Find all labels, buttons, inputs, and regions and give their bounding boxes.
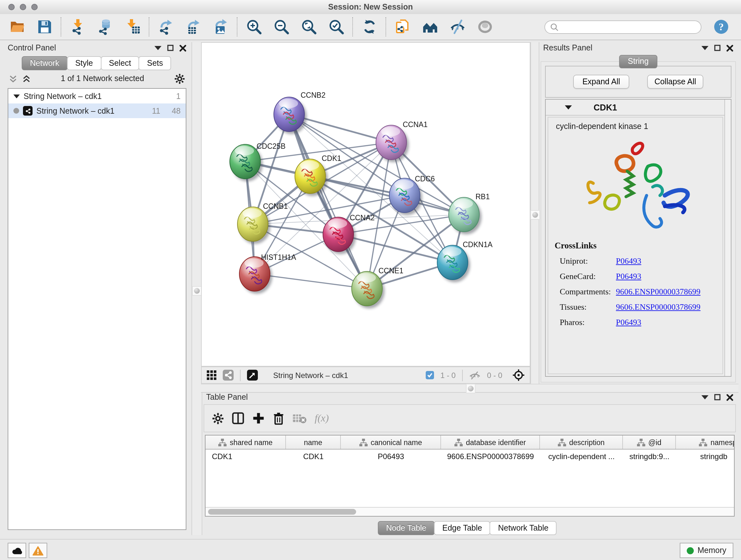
- column-header-canonical-name[interactable]: canonical name: [341, 435, 441, 449]
- import-network-database-icon[interactable]: [97, 18, 114, 35]
- cell-namespace[interactable]: stringdb: [676, 449, 735, 463]
- network-options-gear-icon[interactable]: [174, 73, 185, 84]
- column-header-namespace[interactable]: namespace: [676, 435, 735, 449]
- tab-style[interactable]: Style: [67, 56, 102, 70]
- zoom-fit-icon[interactable]: [300, 18, 317, 35]
- column-header-description[interactable]: description: [540, 435, 623, 449]
- table-row[interactable]: CDK1 CDK1 P06493 9606.ENSP00000378699 cy…: [205, 449, 734, 463]
- table-horizontal-scrollbar[interactable]: [205, 507, 734, 516]
- tab-edge-table[interactable]: Edge Table: [434, 521, 490, 535]
- float-panel-icon[interactable]: [167, 45, 174, 51]
- detach-view-icon[interactable]: [247, 370, 258, 381]
- export-table-icon[interactable]: [185, 18, 202, 35]
- network-node-cdkn1a[interactable]: CDKN1A: [437, 240, 493, 282]
- column-header-name[interactable]: name: [286, 435, 341, 449]
- network-node-ccnb2[interactable]: CCNB2: [274, 91, 326, 134]
- tab-string[interactable]: String: [619, 55, 657, 68]
- tab-select[interactable]: Select: [100, 56, 139, 70]
- tab-network-table[interactable]: Network Table: [490, 521, 557, 535]
- crosslink-uniprot-link[interactable]: P06493: [616, 256, 641, 266]
- tab-sets[interactable]: Sets: [139, 56, 172, 70]
- zoom-in-icon[interactable]: [246, 18, 262, 35]
- column-header-database-identifier[interactable]: database identifier: [441, 435, 540, 449]
- network-edges[interactable]: [245, 114, 464, 289]
- import-network-file-icon[interactable]: [70, 18, 86, 35]
- show-columns-icon[interactable]: [232, 412, 245, 425]
- warnings-button[interactable]: [29, 543, 47, 558]
- open-session-icon[interactable]: [9, 18, 25, 35]
- app-store-cloud-button[interactable]: [8, 543, 26, 558]
- close-panel-icon[interactable]: [726, 44, 733, 51]
- birdseye-navigator-icon[interactable]: [513, 369, 525, 381]
- results-scrollbar[interactable]: [724, 100, 731, 376]
- panel-menu-icon[interactable]: [701, 45, 709, 51]
- network-node-rb1[interactable]: RB1: [449, 192, 490, 234]
- scrollbar-thumb[interactable]: [208, 509, 356, 515]
- float-panel-icon[interactable]: [714, 394, 721, 400]
- close-panel-icon[interactable]: [179, 44, 186, 51]
- results-panel: Results Panel String Expand All Collapse…: [538, 42, 738, 384]
- function-builder-icon[interactable]: f(x): [315, 413, 329, 424]
- tab-node-table[interactable]: Node Table: [378, 521, 434, 535]
- column-header-id[interactable]: @id: [623, 435, 676, 449]
- delete-column-icon[interactable]: [273, 412, 285, 425]
- search-input[interactable]: [562, 22, 696, 32]
- tab-network[interactable]: Network: [22, 56, 68, 70]
- help-icon[interactable]: ?: [713, 18, 730, 35]
- entry-expander-icon[interactable]: [565, 105, 572, 110]
- save-session-icon[interactable]: [37, 18, 53, 35]
- expand-all-button[interactable]: Expand All: [573, 75, 629, 89]
- panel-menu-icon[interactable]: [701, 395, 709, 400]
- left-splitter-knob[interactable]: [192, 286, 202, 296]
- cell-name[interactable]: CDK1: [286, 449, 341, 463]
- crosslink-compartments-link[interactable]: 9606.ENSP00000378699: [616, 287, 700, 297]
- create-column-icon[interactable]: [252, 412, 265, 425]
- cell-database-identifier[interactable]: 9606.ENSP00000378699: [441, 449, 540, 463]
- cell-canonical-name[interactable]: P06493: [341, 449, 441, 463]
- entry-description: cyclin-dependent kinase 1: [548, 118, 723, 131]
- collection-expander-icon[interactable]: [13, 94, 20, 98]
- zoom-selected-icon[interactable]: [328, 18, 345, 35]
- network-node-ccna1[interactable]: CCNA1: [376, 120, 428, 162]
- panel-menu-icon[interactable]: [154, 45, 161, 51]
- duplicate-network-icon[interactable]: [394, 18, 411, 35]
- left-splitter[interactable]: [192, 42, 202, 535]
- import-table-file-icon[interactable]: [125, 18, 141, 35]
- network-row-selected[interactable]: String Network – cdk1 11 48: [8, 104, 186, 118]
- cell-description[interactable]: cyclin-dependent ...: [540, 449, 623, 463]
- collapse-all-tree-icon[interactable]: [9, 74, 17, 83]
- cell-shared-name[interactable]: CDK1: [205, 449, 286, 463]
- export-network-icon[interactable]: [158, 18, 174, 35]
- crosslink-pharos-link[interactable]: P06493: [616, 317, 641, 327]
- search-box[interactable]: [544, 20, 701, 34]
- delete-table-icon[interactable]: [292, 413, 307, 424]
- hide-selected-icon[interactable]: [449, 18, 466, 35]
- network-canvas[interactable]: CCNB2CCNA1CDC25BCDK1CDC6RB1CCNB1CCNA2CDK…: [201, 42, 530, 367]
- memory-button[interactable]: Memory: [680, 543, 733, 558]
- node-entry-header[interactable]: CDK1: [546, 100, 731, 116]
- network-node-cdc25b[interactable]: CDC25B: [230, 142, 286, 181]
- zoom-out-icon[interactable]: [273, 18, 290, 35]
- float-panel-icon[interactable]: [714, 45, 721, 51]
- first-neighbors-icon[interactable]: [422, 18, 439, 35]
- grid-view-icon[interactable]: [207, 370, 216, 380]
- network-graph[interactable]: CCNB2CCNA1CDC25BCDK1CDC6RB1CCNB1CCNA2CDK…: [202, 43, 530, 366]
- crosslink-tissues-link[interactable]: 9606.ENSP00000378699: [616, 302, 700, 312]
- network-node-hist1h1a[interactable]: HIST1H1A: [239, 253, 296, 294]
- close-panel-icon[interactable]: [726, 394, 733, 401]
- selected-checkbox-icon[interactable]: [426, 371, 434, 379]
- network-collection-row[interactable]: String Network – cdk1 1: [8, 89, 186, 104]
- network-node-cdk1[interactable]: CDK1: [295, 154, 341, 196]
- shared-column-icon: [218, 438, 226, 446]
- column-header-shared-name[interactable]: shared name: [205, 435, 286, 449]
- expand-all-tree-icon[interactable]: [22, 74, 30, 83]
- cell-id[interactable]: stringdb:9...: [623, 449, 676, 463]
- network-node-cdc6[interactable]: CDC6: [389, 175, 435, 215]
- collapse-all-button[interactable]: Collapse All: [647, 75, 703, 89]
- table-options-gear-icon[interactable]: [212, 412, 224, 424]
- refresh-icon[interactable]: [361, 18, 378, 35]
- network-view-mode-icon[interactable]: [223, 370, 233, 381]
- export-image-icon[interactable]: [212, 18, 229, 35]
- show-all-icon[interactable]: [477, 18, 493, 35]
- crosslink-genecard-link[interactable]: P06493: [616, 271, 641, 282]
